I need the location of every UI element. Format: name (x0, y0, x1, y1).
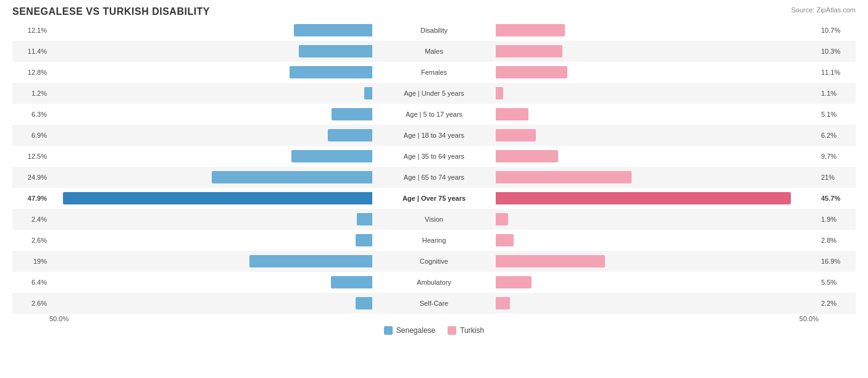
center-label: Ambulatory (372, 279, 496, 286)
legend-label-turkish: Turkish (460, 326, 484, 335)
right-bar (496, 66, 567, 78)
left-bar (299, 45, 372, 57)
table-row: 6.4% Ambulatory 5.5% (12, 272, 856, 293)
left-value: 12.8% (12, 69, 49, 76)
right-value: 6.2% (819, 132, 856, 139)
left-bar-container (49, 108, 372, 120)
left-bar-container (49, 87, 372, 99)
right-bar-container (496, 276, 819, 288)
left-bar-container (49, 24, 372, 36)
axis-right-bar-spacer: 50.0% (496, 315, 819, 322)
left-bar (332, 108, 372, 120)
left-bar-container (49, 66, 372, 78)
axis-label-left: 50.0% (49, 315, 69, 322)
right-bar-container (496, 255, 819, 267)
table-row: 12.8% Females 11.1% (12, 62, 856, 83)
right-bar-container (496, 192, 819, 204)
center-label: Age | Over 75 years (372, 195, 496, 202)
center-label: Males (372, 48, 496, 55)
center-label: Females (372, 69, 496, 76)
left-value: 6.9% (12, 132, 49, 139)
right-value: 9.7% (819, 153, 856, 160)
right-bar-container (496, 129, 819, 141)
left-bar (294, 24, 372, 36)
center-label: Vision (372, 216, 496, 223)
center-label: Hearing (372, 237, 496, 244)
table-row: 2.6% Hearing 2.8% (12, 230, 856, 251)
left-bar (356, 297, 372, 309)
center-label: Age | 5 to 17 years (372, 111, 496, 118)
left-bar-container (49, 255, 372, 267)
table-row: 11.4% Males 10.3% (12, 41, 856, 62)
left-bar (249, 255, 372, 267)
right-bar-container (496, 87, 819, 99)
right-value: 10.3% (819, 48, 856, 55)
table-row: 47.9% Age | Over 75 years 45.7% (12, 188, 856, 209)
right-bar-container (496, 108, 819, 120)
axis-row: 50.0% 50.0% (12, 315, 856, 322)
legend-label-senegalese: Senegalese (396, 326, 435, 335)
right-bar (496, 129, 536, 141)
right-value: 5.5% (819, 279, 856, 286)
legend: Senegalese Turkish (12, 326, 856, 335)
left-bar-container (49, 213, 372, 225)
left-bar (364, 87, 372, 99)
right-bar-container (496, 171, 819, 183)
right-bar (496, 150, 558, 162)
right-bar-container (496, 45, 819, 57)
table-row: 1.2% Age | Under 5 years 1.1% (12, 83, 856, 104)
left-bar-container (49, 192, 372, 204)
left-bar-container (49, 234, 372, 246)
legend-item-turkish: Turkish (448, 326, 484, 335)
center-label: Self-Care (372, 300, 496, 307)
left-value: 11.4% (12, 48, 49, 55)
bars-area: 12.1% Disability 10.7% 11.4% Males 10.3%… (12, 20, 856, 314)
table-row: 2.6% Self-Care 2.2% (12, 293, 856, 314)
chart-title: SENEGALESE VS TURKISH DISABILITY (12, 6, 856, 17)
axis-left-bar-spacer: 50.0% (49, 315, 372, 322)
left-bar (331, 276, 372, 288)
table-row: 12.1% Disability 10.7% (12, 20, 856, 41)
center-label: Age | Under 5 years (372, 90, 496, 97)
right-bar (496, 171, 632, 183)
legend-box-senegalese (384, 326, 393, 335)
right-bar (496, 213, 508, 225)
left-bar-container (49, 45, 372, 57)
left-bar-container (49, 171, 372, 183)
left-value: 2.6% (12, 237, 49, 244)
right-value: 5.1% (819, 111, 856, 118)
legend-item-senegalese: Senegalese (384, 326, 435, 335)
right-bar (496, 276, 532, 288)
right-bar-container (496, 24, 819, 36)
table-row: 6.3% Age | 5 to 17 years 5.1% (12, 104, 856, 125)
left-bar-container (49, 150, 372, 162)
center-label: Age | 35 to 64 years (372, 153, 496, 160)
left-value: 2.4% (12, 216, 49, 223)
right-bar (496, 24, 565, 36)
left-bar (328, 129, 372, 141)
table-row: 2.4% Vision 1.9% (12, 209, 856, 230)
left-bar-container (49, 276, 372, 288)
right-bar-container (496, 234, 819, 246)
axis-label-right: 50.0% (799, 315, 819, 322)
right-value: 1.9% (819, 216, 856, 223)
left-bar (357, 213, 372, 225)
right-value: 21% (819, 174, 856, 181)
right-value: 10.7% (819, 27, 856, 34)
left-bar-container (49, 297, 372, 309)
left-value: 6.3% (12, 111, 49, 118)
right-value: 11.1% (819, 69, 856, 76)
right-value: 2.8% (819, 237, 856, 244)
left-value: 1.2% (12, 90, 49, 97)
center-label: Age | 18 to 34 years (372, 132, 496, 139)
table-row: 6.9% Age | 18 to 34 years 6.2% (12, 125, 856, 146)
left-value: 12.1% (12, 27, 49, 34)
right-bar-container (496, 150, 819, 162)
right-bar (496, 234, 514, 246)
left-value: 2.6% (12, 300, 49, 307)
legend-box-turkish (448, 326, 456, 335)
left-bar (212, 171, 372, 183)
left-value: 47.9% (12, 195, 49, 202)
center-label: Disability (372, 27, 496, 34)
right-bar (496, 255, 605, 267)
